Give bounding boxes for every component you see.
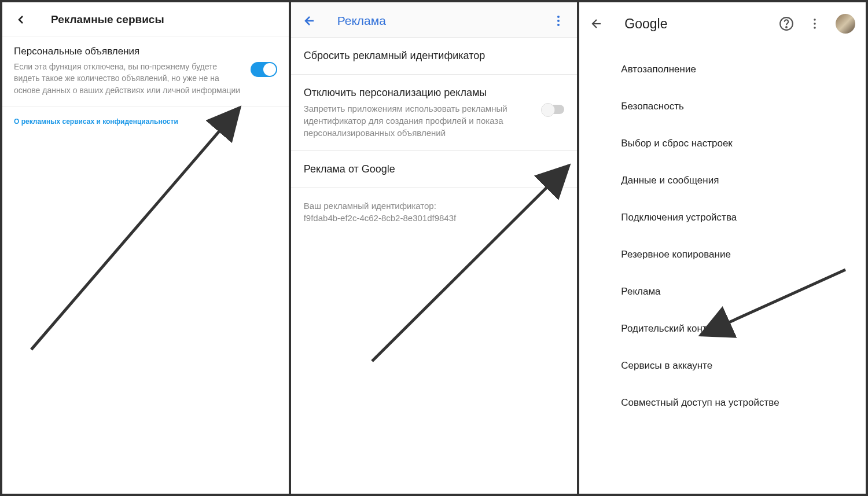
personal-ads-toggle[interactable] [251,62,277,77]
header: Google [579,2,866,44]
list-item[interactable]: Безопасность [579,88,866,125]
svg-point-2 [557,16,560,18]
svg-point-3 [557,20,560,22]
ad-id-label: Ваш рекламный идентификатор: [304,200,565,212]
svg-point-8 [786,27,787,28]
back-icon[interactable] [590,17,604,31]
back-icon[interactable] [303,14,317,28]
disable-personalization-item[interactable]: Отключить персонализацию рекламы Запрети… [291,75,578,150]
page-title: Реклама [337,14,552,28]
more-icon[interactable] [808,17,822,31]
list-item[interactable]: Реклама [579,273,866,310]
item-title: Сбросить рекламный идентификатор [304,49,559,63]
page-title: Google [624,16,765,32]
ad-id-info: Ваш рекламный идентификатор: f9fdab4b-ef… [291,188,578,236]
list-item[interactable]: Выбор и сброс настроек [579,125,866,162]
personalization-toggle[interactable] [542,105,564,114]
screen-ad-services: Рекламные сервисы Персональные объявлени… [2,2,289,494]
google-ads-item[interactable]: Реклама от Google [291,151,578,188]
svg-point-4 [557,24,560,26]
privacy-link[interactable]: О рекламных сервисах и конфиденциальност… [2,107,289,136]
list-item[interactable]: Сервисы в аккаунте [579,347,866,384]
avatar[interactable] [836,14,855,34]
screen-google-settings: Google АвтозаполнениеБезопасностьВыбор и… [579,2,866,494]
more-icon[interactable] [551,14,565,28]
help-icon[interactable] [779,16,794,31]
list-item[interactable]: Совместный доступ на устройстве [579,384,866,421]
personal-ads-setting[interactable]: Персональные объявления Если эта функция… [2,36,289,107]
item-description: Запретить приложениям использовать рекла… [304,102,537,139]
list-item[interactable]: Родительский контроль [579,310,866,347]
svg-point-11 [814,27,816,29]
setting-text: Персональные объявления Если эта функция… [14,46,251,96]
svg-point-10 [814,23,816,25]
page-title: Рекламные сервисы [51,13,164,26]
item-title: Реклама от Google [304,163,559,176]
list-item[interactable]: Данные и сообщения [579,162,866,199]
svg-line-0 [31,108,240,350]
list-item[interactable]: Резервное копирование [579,236,866,273]
reset-ad-id-item[interactable]: Сбросить рекламный идентификатор [291,38,578,75]
ad-id-value: f9fdab4b-ef2c-4c62-8cb2-8e301df9843f [304,212,565,224]
header: Рекламные сервисы [2,2,289,36]
svg-point-9 [814,19,816,21]
list-item[interactable]: Автозаполнение [579,51,866,88]
list-item[interactable]: Подключения устройства [579,199,866,236]
setting-title: Персональные объявления [14,46,245,57]
settings-list: АвтозаполнениеБезопасностьВыбор и сброс … [579,44,866,421]
back-icon[interactable] [14,13,28,27]
setting-description: Если эта функция отключена, вы по-прежне… [14,61,245,96]
header: Реклама [291,2,578,38]
screen-ads: Реклама Сбросить рекламный идентификатор… [291,2,578,494]
item-title: Отключить персонализацию рекламы [304,86,537,100]
